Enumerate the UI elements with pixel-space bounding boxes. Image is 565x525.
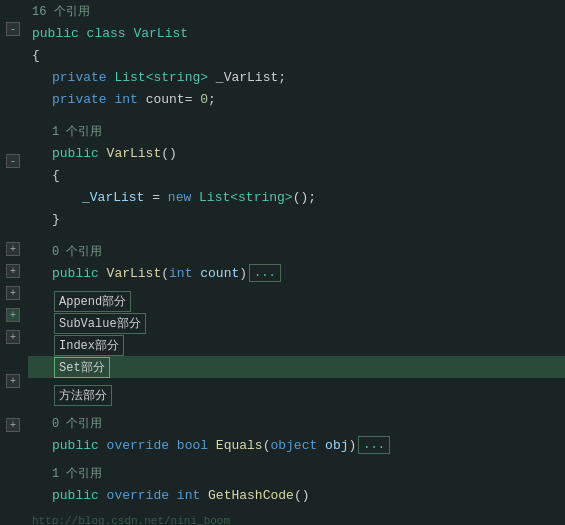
line-class-decl: public class VarList <box>28 22 565 44</box>
brace-close-ctor1: } <box>52 212 60 227</box>
line-collapsed-index: Index部分 <box>28 334 565 356</box>
keyword-class: class <box>87 26 134 41</box>
keyword-private1: private <box>52 70 114 85</box>
hashcode-parens: () <box>294 488 310 503</box>
type-int: int <box>114 92 137 107</box>
collapsed-index[interactable]: Index部分 <box>54 335 124 356</box>
field-count: count= <box>138 92 200 107</box>
ctor2-paren-open: ( <box>161 266 169 281</box>
keyword-override-hashcode: override <box>107 488 177 503</box>
line-field-count: private int count= 0; <box>28 88 565 110</box>
collapsed-append-label: Append部分 <box>59 293 126 310</box>
line-close-brace-ctor1: } <box>28 208 565 230</box>
line-hashcode-decl: public override int GetHashCode() <box>28 484 565 506</box>
keyword-public-ctor2: public <box>52 266 107 281</box>
method-equals: Equals <box>216 438 263 453</box>
watermark-text: http://blog.csdn.net/nini_boom <box>32 515 230 525</box>
line-ctor1-decl: public VarList() <box>28 142 565 164</box>
param-obj: obj <box>325 438 348 453</box>
ref-count-0a: 0 个引用 <box>52 243 102 260</box>
keyword-public-equals: public <box>52 438 107 453</box>
line-ref-16: 16 个引用 <box>28 0 565 22</box>
type-list2: List<string> <box>199 190 293 205</box>
varlist-assign: _VarList <box>82 190 144 205</box>
classname-varlist: VarList <box>133 26 188 41</box>
line-watermark: http://blog.csdn.net/nini_boom <box>28 510 565 525</box>
line-open-brace-class: { <box>28 44 565 66</box>
ref-count-1a: 1 个引用 <box>52 123 102 140</box>
line-ref-1a: 1 个引用 <box>28 120 565 142</box>
brace-open-ctor1: { <box>52 168 60 183</box>
ctor2-paren-close: ) <box>239 266 247 281</box>
collapse-subvalue-btn[interactable]: + <box>6 264 20 278</box>
collapse-equals-btn[interactable]: + <box>6 374 20 388</box>
line-blank2 <box>28 230 565 240</box>
line-ref-0a: 0 个引用 <box>28 240 565 262</box>
type-list: List<string> <box>114 70 208 85</box>
equals-paren-close: ) <box>349 438 357 453</box>
ref-count-16: 16 个引用 <box>32 3 90 20</box>
line-blank1 <box>28 110 565 120</box>
collapse-set-btn[interactable]: + <box>6 308 20 322</box>
equals-param-space <box>317 438 325 453</box>
ref-count-0b: 0 个引用 <box>52 415 102 432</box>
num-zero: 0 <box>200 92 208 107</box>
ctor2-collapsed[interactable]: ... <box>249 264 281 282</box>
collapsed-subvalue[interactable]: SubValue部分 <box>54 313 146 334</box>
type-int2: int <box>169 266 192 281</box>
collapse-class-btn[interactable]: - <box>6 22 20 36</box>
collapse-index-btn[interactable]: + <box>6 286 20 300</box>
type-bool: bool <box>177 438 216 453</box>
ctor-call: (); <box>293 190 316 205</box>
collapsed-index-label: Index部分 <box>59 337 119 354</box>
field-varlist: _VarList; <box>208 70 286 85</box>
keyword-public: public <box>32 26 87 41</box>
equals-paren-open: ( <box>263 438 271 453</box>
collapsed-method[interactable]: 方法部分 <box>54 385 112 406</box>
keyword-new: new <box>168 190 199 205</box>
keyword-private2: private <box>52 92 114 107</box>
brace-open: { <box>32 48 40 63</box>
line-ref-1b: 1 个引用 <box>28 462 565 484</box>
collapsed-append[interactable]: Append部分 <box>54 291 131 312</box>
line-collapsed-set: Set部分 <box>28 356 565 378</box>
param-count: count <box>200 266 239 281</box>
line-ctor2-decl: public VarList(int count)... <box>28 262 565 284</box>
line-ref-0b: 0 个引用 <box>28 412 565 434</box>
collapsed-method-label: 方法部分 <box>59 387 107 404</box>
line-collapsed-append: Append部分 <box>28 290 565 312</box>
semicolon1: ; <box>208 92 216 107</box>
keyword-override-equals: override <box>107 438 177 453</box>
assign-op: = <box>144 190 167 205</box>
collapse-method-btn[interactable]: + <box>6 330 20 344</box>
collapsed-set[interactable]: Set部分 <box>54 357 110 378</box>
code-area: 16 个引用 public class VarList { private Li… <box>28 0 565 525</box>
line-collapsed-method: 方法部分 <box>28 384 565 406</box>
method-ctor1: VarList <box>107 146 162 161</box>
gutter: - - + + + + + + + <box>0 0 28 525</box>
collapse-append-btn[interactable]: + <box>6 242 20 256</box>
ctor1-params: () <box>161 146 177 161</box>
method-ctor2: VarList <box>107 266 162 281</box>
line-ctor1-body: _VarList = new List<string>(); <box>28 186 565 208</box>
collapse-hashcode-btn[interactable]: + <box>6 418 20 432</box>
line-open-brace-ctor1: { <box>28 164 565 186</box>
line-equals-decl: public override bool Equals(object obj).… <box>28 434 565 456</box>
ref-count-1b: 1 个引用 <box>52 465 102 482</box>
type-int-hashcode: int <box>177 488 208 503</box>
line-field-varlist: private List<string> _VarList; <box>28 66 565 88</box>
method-hashcode: GetHashCode <box>208 488 294 503</box>
collapsed-subvalue-label: SubValue部分 <box>59 315 141 332</box>
collapse-ctor1-btn[interactable]: - <box>6 154 20 168</box>
ctor2-param-space <box>192 266 200 281</box>
editor: - - + + + + + + + 16 个引用 public class Va… <box>0 0 565 525</box>
equals-collapsed[interactable]: ... <box>358 436 390 454</box>
type-object: object <box>270 438 317 453</box>
keyword-public-hashcode: public <box>52 488 107 503</box>
keyword-public-ctor1: public <box>52 146 107 161</box>
collapsed-set-label: Set部分 <box>59 359 105 376</box>
line-collapsed-subvalue: SubValue部分 <box>28 312 565 334</box>
